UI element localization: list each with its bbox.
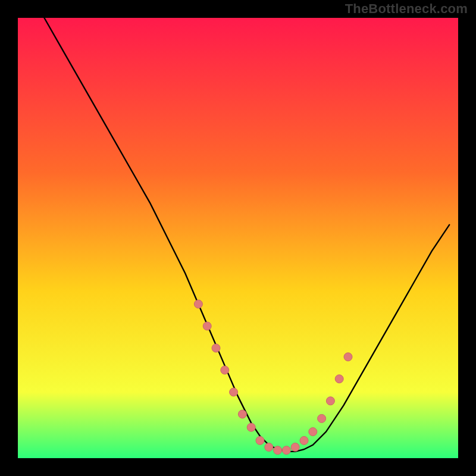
marker-point: [203, 322, 211, 330]
marker-point: [318, 414, 326, 422]
marker-point: [194, 300, 202, 308]
chart-svg: [0, 0, 476, 476]
marker-point: [274, 446, 282, 455]
marker-point: [344, 353, 352, 361]
marker-point: [335, 375, 343, 383]
marker-point: [212, 344, 220, 352]
marker-point: [265, 443, 273, 452]
marker-point: [291, 443, 299, 452]
marker-point: [238, 410, 246, 418]
marker-point: [300, 436, 308, 444]
marker-point: [326, 397, 334, 405]
marker-point: [309, 428, 317, 436]
chart-stage: { "watermark": "TheBottleneck.com", "col…: [0, 0, 476, 476]
marker-point: [247, 423, 255, 431]
marker-point: [282, 446, 290, 455]
marker-point: [221, 366, 229, 374]
marker-point: [230, 388, 238, 396]
marker-point: [256, 436, 264, 444]
